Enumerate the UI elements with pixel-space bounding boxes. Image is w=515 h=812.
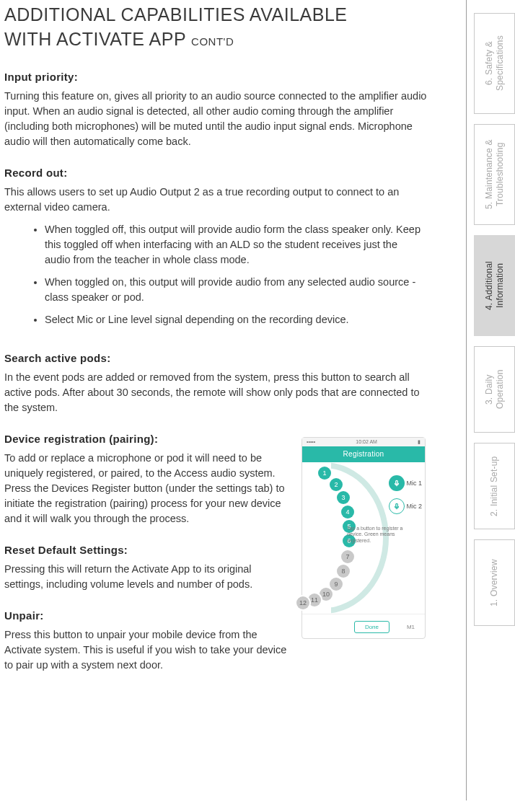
status-carrier-icon: ••••• bbox=[307, 439, 315, 444]
para-device-reg: To add or replace a microphone or pod it… bbox=[4, 451, 293, 526]
para-input-priority: Turning this feature on, gives all prior… bbox=[4, 89, 428, 149]
para-record-out-intro: This allows users to set up Audio Output… bbox=[4, 185, 428, 215]
label-reset: Reset Default Settings: bbox=[4, 544, 293, 556]
node-2: 2 bbox=[330, 478, 343, 491]
tab-initial-setup[interactable]: 2. Initial Set-up bbox=[474, 443, 515, 529]
title-line2-main: WITH ACTIVATE APP bbox=[4, 29, 186, 49]
phone-title: Registration bbox=[343, 450, 384, 458]
svg-rect-0 bbox=[396, 480, 398, 484]
node-11: 11 bbox=[308, 593, 321, 606]
node-10: 10 bbox=[320, 588, 333, 601]
label-search-pods: Search active pods: bbox=[4, 352, 428, 364]
list-item: Select Mic or Line level signal dependin… bbox=[45, 312, 428, 327]
para-search-pods: In the event pods are added or removed f… bbox=[4, 370, 428, 415]
list-item: When toggled off, this output will provi… bbox=[45, 222, 428, 268]
svg-rect-1 bbox=[396, 503, 398, 507]
phone-footer: Done M1 bbox=[302, 614, 425, 640]
tab-daily-operation[interactable]: 3. Daily Operation bbox=[474, 346, 515, 433]
phone-body: 1 2 3 4 5 6 7 8 9 10 11 12 Mic 1 bbox=[302, 462, 425, 614]
label-unpair: Unpair: bbox=[4, 609, 293, 622]
label-record-out: Record out: bbox=[4, 167, 428, 179]
tab-safety-specifications[interactable]: 6. Safety & Specifications bbox=[474, 13, 515, 114]
registration-tip: Tap a button to register a device. Green… bbox=[347, 526, 403, 544]
status-battery-icon: ▮ bbox=[418, 439, 421, 445]
para-reset: Pressing this will return the Activate A… bbox=[4, 562, 293, 592]
node-8: 8 bbox=[337, 565, 350, 578]
mic1-icon bbox=[389, 475, 405, 491]
mic2-icon bbox=[389, 498, 405, 514]
mic2-label: Mic 2 bbox=[406, 503, 422, 510]
node-7: 7 bbox=[341, 550, 354, 563]
node-3: 3 bbox=[337, 491, 350, 504]
tab-additional-information[interactable]: 4. Additional Information bbox=[474, 235, 515, 336]
title-contd: CONT'D bbox=[191, 35, 234, 48]
para-unpair: Press this button to unpair your mobile … bbox=[4, 627, 293, 673]
label-device-reg: Device registration (pairing): bbox=[4, 433, 293, 445]
main-content: ADDITIONAL CAPABILITIES AVAILABLE WITH A… bbox=[0, 0, 449, 812]
list-item: When toggled on, this output will provid… bbox=[45, 275, 428, 305]
two-col-left: Device registration (pairing): To add or… bbox=[4, 433, 293, 690]
node-4: 4 bbox=[341, 506, 354, 518]
node-1: 1 bbox=[318, 467, 331, 480]
page-title: ADDITIONAL CAPABILITIES AVAILABLE WITH A… bbox=[4, 3, 428, 52]
two-col-right: ••••• 10:02 AM ▮ Registration 1 2 3 4 5 … bbox=[301, 433, 428, 690]
done-button: Done bbox=[354, 621, 389, 633]
two-column-block: Device registration (pairing): To add or… bbox=[4, 433, 428, 690]
node-9: 9 bbox=[330, 578, 343, 591]
tab-maintenance-troubleshooting[interactable]: 5. Maintenance & Troubleshooting bbox=[474, 124, 515, 225]
status-time: 10:02 AM bbox=[356, 439, 377, 444]
mic1-label: Mic 1 bbox=[406, 480, 422, 487]
label-input-priority: Input priority: bbox=[4, 71, 428, 83]
phone-screenshot: ••••• 10:02 AM ▮ Registration 1 2 3 4 5 … bbox=[301, 437, 426, 639]
phone-titlebar: Registration bbox=[302, 446, 425, 462]
node-12: 12 bbox=[296, 596, 309, 609]
title-line1: ADDITIONAL CAPABILITIES AVAILABLE bbox=[4, 4, 347, 25]
record-out-bullets: When toggled off, this output will provi… bbox=[4, 222, 428, 327]
phone-statusbar: ••••• 10:02 AM ▮ bbox=[302, 438, 425, 446]
wifi-label: M1 bbox=[407, 624, 415, 630]
section-tabs-rail: 6. Safety & Specifications 5. Maintenanc… bbox=[466, 0, 515, 800]
tab-overview[interactable]: 1. Overview bbox=[474, 539, 515, 626]
